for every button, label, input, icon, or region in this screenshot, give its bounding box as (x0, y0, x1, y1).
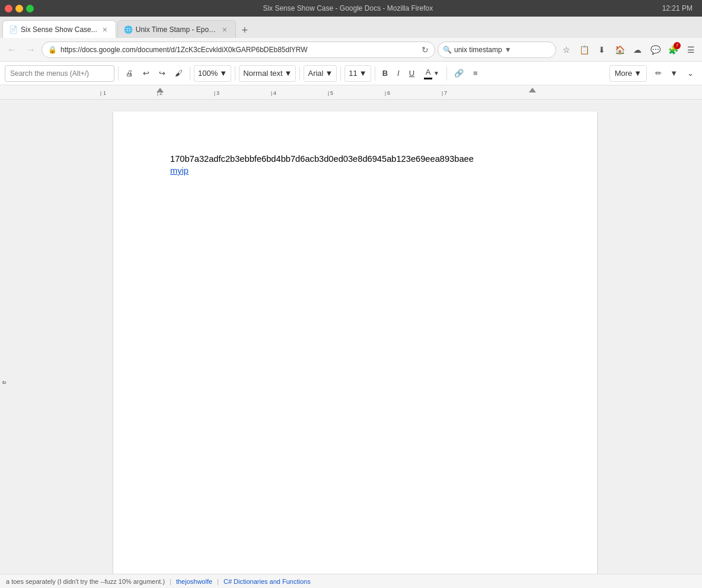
page-container: 170b7a32adfc2b3ebbfe6bd4bb7d6acb3d0ed03e… (8, 100, 702, 588)
search-menus-label: Search the menus (Alt+/) (10, 69, 89, 78)
downloads-button[interactable]: ⬇ (594, 42, 610, 57)
svg-text:5: 5 (330, 90, 333, 96)
content-area: a g f n n e e s u gi ag n % 170b7a32adfc… (0, 100, 702, 588)
search-magnify-icon: 🔍 (443, 46, 452, 54)
tab-label: Six Sense Show Case... (21, 25, 97, 34)
back-button[interactable]: ← (4, 41, 20, 58)
navigation-bar: ← → 🔒 https://docs.google.com/document/d… (0, 38, 702, 62)
style-dropdown[interactable]: Normal text ▼ (239, 65, 296, 82)
tab-close-button-2[interactable]: × (220, 25, 229, 34)
svg-marker-14 (157, 88, 164, 92)
tab-label-2: Unix Time Stamp - Epoc... (136, 25, 217, 34)
maximize-button[interactable] (26, 5, 34, 12)
search-value: unix timestamp (454, 46, 502, 54)
expand-button[interactable]: ⌄ (684, 65, 697, 82)
font-dropdown-arrow: ▼ (325, 69, 333, 78)
insert-comment-button[interactable]: ≡ (470, 65, 481, 82)
more-label: More (615, 69, 633, 78)
sidebar-content: a g f n n e e s u gi ag n % (0, 147, 8, 384)
menu-button[interactable]: ☰ (683, 42, 698, 57)
toolbar-divider-7 (446, 66, 447, 81)
bottom-text-1: a toes separately (I didn't try the --fu… (6, 578, 165, 585)
ruler-marks: 1 2 3 4 5 6 7 (0, 85, 702, 99)
svg-text:1: 1 (103, 90, 106, 96)
ruler: 1 2 3 4 5 6 7 (0, 85, 702, 100)
bookmark-star-button[interactable]: ☆ (559, 42, 574, 57)
font-dropdown[interactable]: Arial ▼ (304, 65, 337, 82)
redo-button[interactable]: ↪ (155, 65, 169, 82)
bottom-separator-2: | (217, 578, 219, 585)
toolbar-divider-2 (190, 66, 190, 81)
font-size-dropdown-arrow: ▼ (359, 69, 367, 78)
bottom-link-thejoshwolfe[interactable]: thejoshwolfe (176, 578, 212, 585)
close-button[interactable] (5, 5, 12, 12)
text-color-indicator (424, 78, 432, 79)
svg-text:7: 7 (444, 90, 447, 96)
tab-google-docs[interactable]: 📄 Six Sense Show Case... × (2, 20, 116, 38)
editing-mode-group: ✏ ▼ (652, 65, 681, 82)
toolbar-divider-3 (235, 66, 235, 81)
titlebar: Six Sense Show Case - Google Docs - Mozi… (0, 0, 702, 17)
window-controls[interactable] (5, 5, 34, 12)
tab-favicon-2: 🌐 (124, 25, 133, 34)
system-time: 12:21 PM (662, 4, 693, 12)
document-content: 170b7a32adfc2b3ebbfe6bd4bb7d6acb3d0ed03e… (170, 154, 540, 175)
underline-button[interactable]: U (406, 65, 418, 82)
zoom-dropdown[interactable]: 100% ▼ (194, 65, 231, 82)
search-dropdown-icon: ▼ (505, 46, 512, 54)
font-size-value: 11 (349, 69, 357, 78)
zoom-dropdown-arrow: ▼ (219, 69, 227, 78)
svg-text:3: 3 (216, 90, 219, 96)
more-button[interactable]: More ▼ (610, 65, 647, 82)
reader-view-button[interactable]: 📋 (576, 42, 592, 57)
svg-marker-15 (529, 88, 536, 92)
url-text: https://docs.google.com/document/d/1ZcK3… (60, 46, 418, 54)
bottom-separator-1: | (170, 578, 171, 585)
window-title: Six Sense Show Case - Google Docs - Mozi… (37, 4, 659, 12)
undo-button[interactable]: ↩ (139, 65, 153, 82)
address-bar[interactable]: 🔒 https://docs.google.com/document/d/1Zc… (42, 41, 435, 58)
tab-bar: 📄 Six Sense Show Case... × 🌐 Unix Time S… (0, 17, 702, 38)
bold-button[interactable]: B (379, 65, 391, 82)
tab-favicon: 📄 (9, 25, 18, 34)
style-dropdown-arrow: ▼ (285, 69, 292, 78)
editing-pencil-button[interactable]: ✏ (652, 65, 665, 82)
toolbar-divider-4 (299, 66, 300, 81)
bottom-link-dictionaries[interactable]: C# Dictionaries and Functions (224, 578, 311, 585)
text-color-label: A (426, 68, 431, 76)
left-sidebar: a g f n n e e s u gi ag n % (0, 100, 8, 588)
search-menus-input[interactable]: Search the menus (Alt+/) (5, 65, 114, 82)
forward-button[interactable]: → (23, 41, 39, 58)
home-button[interactable]: 🏠 (612, 42, 627, 57)
addon-badge: 7 (674, 42, 681, 49)
addons-button[interactable]: 🧩 7 (665, 42, 681, 57)
print-button[interactable]: 🖨 (122, 65, 137, 82)
paint-format-button[interactable]: 🖌 (171, 65, 186, 82)
tab-unix-timestamp[interactable]: 🌐 Unix Time Stamp - Epoc... × (117, 20, 236, 38)
bottom-bar: a toes separately (I didn't try the --fu… (0, 574, 702, 588)
svg-text:6: 6 (387, 90, 390, 96)
document-page[interactable]: 170b7a32adfc2b3ebbfe6bd4bb7d6acb3d0ed03e… (113, 111, 597, 586)
text-color-button[interactable]: A ▼ (420, 65, 443, 82)
editing-dropdown-button[interactable]: ▼ (666, 65, 681, 82)
myip-link[interactable]: myip (170, 166, 189, 175)
titlebar-icons: 12:21 PM (662, 4, 697, 12)
text-color-dropdown: ▼ (433, 70, 439, 76)
tab-close-button[interactable]: × (100, 25, 110, 34)
insert-link-button[interactable]: 🔗 (451, 65, 467, 82)
sidebar-text-e2: e (0, 148, 8, 384)
new-tab-button[interactable]: + (237, 23, 253, 38)
minimize-button[interactable] (15, 5, 23, 12)
browser-search-bar[interactable]: 🔍 unix timestamp ▼ (438, 41, 556, 58)
refresh-icon[interactable]: ↻ (422, 45, 429, 55)
browser-toolbar-icons: ☆ 📋 ⬇ 🏠 ☁ 💬 🧩 7 ☰ (559, 42, 698, 57)
document-line-1: 170b7a32adfc2b3ebbfe6bd4bb7d6acb3d0ed03e… (170, 154, 540, 164)
document-line-2: myip (170, 166, 540, 175)
toolbar-divider-5 (340, 66, 341, 81)
messages-button[interactable]: 💬 (647, 42, 663, 57)
font-value: Arial (308, 69, 323, 78)
italic-button[interactable]: I (394, 65, 403, 82)
more-dropdown-arrow: ▼ (634, 69, 642, 78)
sync-button[interactable]: ☁ (630, 42, 645, 57)
font-size-dropdown[interactable]: 11 ▼ (344, 65, 371, 82)
